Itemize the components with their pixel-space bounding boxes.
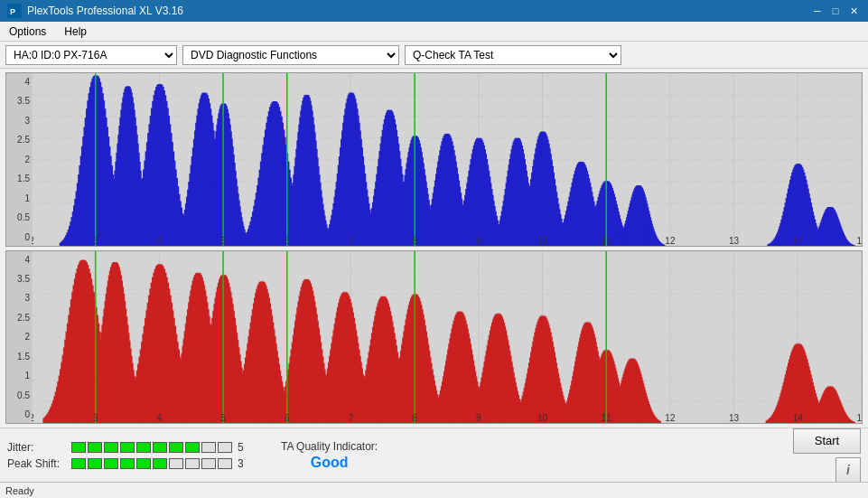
led-4 [136, 442, 151, 453]
led-9 [218, 458, 232, 469]
title-bar-controls: ─ □ ✕ [810, 4, 861, 18]
metrics-section: Jitter: 5 Peak Shift: 3 [7, 441, 248, 470]
close-button[interactable]: ✕ [846, 4, 861, 18]
led-5 [153, 458, 167, 469]
start-button[interactable]: Start [793, 428, 861, 454]
menu-options[interactable]: Options [4, 23, 51, 40]
jitter-row: Jitter: 5 [7, 441, 248, 454]
info-icon: i [846, 463, 850, 477]
led-0 [71, 458, 86, 469]
led-2 [104, 442, 118, 453]
top-chart-canvas [32, 73, 862, 246]
led-7 [185, 458, 200, 469]
led-8 [201, 442, 216, 453]
led-3 [120, 442, 135, 453]
led-8 [201, 458, 216, 469]
led-6 [169, 442, 183, 453]
peakshift-leds [71, 458, 232, 469]
led-2 [104, 458, 118, 469]
bottom-chart-canvas [32, 251, 862, 424]
led-9 [218, 442, 232, 453]
bottom-chart-plot [32, 251, 862, 424]
ta-quality-value: Good [311, 455, 349, 471]
drive-select[interactable]: HA:0 ID:0 PX-716A [5, 45, 177, 65]
peakshift-label: Peak Shift: [7, 457, 66, 470]
led-1 [88, 442, 102, 453]
jitter-value: 5 [238, 441, 248, 454]
action-buttons: Start i [793, 428, 861, 483]
menu-help[interactable]: Help [59, 23, 92, 40]
jitter-leds [71, 442, 232, 453]
main-content: 4 3.5 3 2.5 2 1.5 1 0.5 0 4 3.5 3 2.5 2 … [0, 69, 868, 428]
minimize-button[interactable]: ─ [810, 4, 825, 18]
top-chart-container: 4 3.5 3 2.5 2 1.5 1 0.5 0 [5, 72, 863, 247]
test-select[interactable]: Q-Check TA Test [405, 45, 621, 65]
peakshift-value: 3 [238, 457, 248, 470]
svg-text:P: P [10, 7, 15, 16]
toolbar: HA:0 ID:0 PX-716A DVD Diagnostic Functio… [0, 42, 868, 69]
bottom-chart-y-axis: 4 3.5 3 2.5 2 1.5 1 0.5 0 [6, 251, 32, 424]
status-bar: Ready [0, 482, 868, 498]
maximize-button[interactable]: □ [828, 4, 843, 18]
ta-quality-label: TA Quality Indicator: [281, 440, 378, 453]
led-7 [185, 442, 200, 453]
top-chart-y-axis: 4 3.5 3 2.5 2 1.5 1 0.5 0 [6, 73, 32, 246]
jitter-label: Jitter: [7, 441, 66, 454]
led-0 [71, 442, 86, 453]
title-bar-left: P PlexTools Professional XL V3.16 [7, 4, 183, 18]
title-bar: P PlexTools Professional XL V3.16 ─ □ ✕ [0, 0, 868, 22]
window-title: PlexTools Professional XL V3.16 [27, 5, 183, 17]
plextools-icon: P [7, 4, 22, 18]
led-3 [120, 458, 135, 469]
status-text: Ready [5, 485, 34, 496]
bottom-panel: Jitter: 5 Peak Shift: 3 TA Quality Indic… [0, 428, 868, 482]
led-1 [88, 458, 102, 469]
function-select[interactable]: DVD Diagnostic Functions [182, 45, 399, 65]
peakshift-row: Peak Shift: 3 [7, 457, 248, 470]
top-chart-plot [32, 73, 862, 246]
led-6 [169, 458, 183, 469]
led-4 [136, 458, 151, 469]
bottom-chart-container: 4 3.5 3 2.5 2 1.5 1 0.5 0 [5, 250, 863, 425]
led-5 [153, 442, 167, 453]
ta-quality-section: TA Quality Indicator: Good [281, 440, 378, 471]
info-button[interactable]: i [835, 457, 861, 483]
menu-bar: Options Help [0, 22, 868, 42]
